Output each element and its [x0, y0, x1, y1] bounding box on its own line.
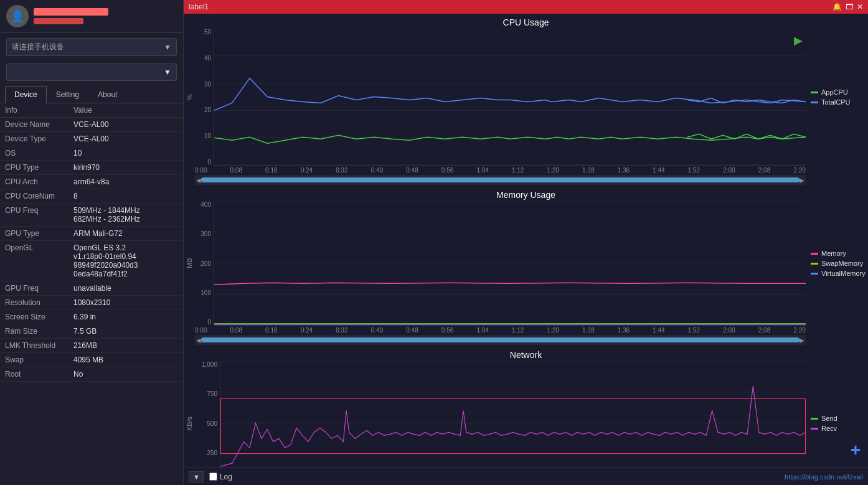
value-cell: 4095 MB	[68, 353, 183, 367]
legend-send: Send	[811, 415, 868, 422]
device-dropdown[interactable]: 请连接手机设备 ▼	[6, 38, 177, 56]
x-tick: 1:12	[512, 327, 524, 334]
info-cell: LMK Threshold	[0, 339, 68, 353]
table-row: CPU CoreNum8	[0, 189, 183, 204]
x-tick: 1:28	[582, 167, 594, 174]
avatar: 👤	[6, 5, 29, 27]
table-row: CPU Freq509MHz - 1844MHz 682MHz - 2362MH…	[0, 204, 183, 227]
virtualmemory-label: VirtualMemory	[821, 270, 866, 277]
memory-scrollbar-thumb[interactable]	[201, 337, 800, 342]
x-tick: 1:36	[618, 327, 630, 334]
table-row: Resolution1080x2310	[0, 296, 183, 310]
recv-color	[811, 428, 818, 430]
info-cell: Device Type	[0, 132, 68, 146]
expand-button[interactable]: ▼	[189, 471, 204, 483]
info-cell: Resolution	[0, 296, 68, 310]
x-tick: 1:52	[688, 167, 700, 174]
value-cell: No	[68, 367, 183, 382]
network-y-label: KB/s	[184, 361, 195, 468]
x-tick: 0:24	[301, 327, 313, 334]
cpu-chart-title: CPU Usage	[184, 14, 868, 29]
memory-chart-container: MB 4003002001000	[184, 201, 868, 326]
info-cell: CPU Arch	[0, 175, 68, 189]
memory-legend: Memory SwapMemory VirtualMemory	[806, 201, 868, 326]
table-row: Screen Size6.39 in	[0, 310, 183, 324]
network-chart-container: KB/s 1,0007505002500	[184, 361, 868, 468]
close-icon[interactable]: ✕	[857, 2, 863, 11]
cpu-chart-container: % 50403020100	[184, 29, 868, 166]
tab-about[interactable]: About	[88, 86, 126, 103]
bell-icon[interactable]: 🔔	[833, 2, 842, 11]
x-tick: 1:36	[618, 167, 630, 174]
table-row: RootNo	[0, 367, 183, 382]
tab-device[interactable]: Device	[5, 86, 47, 103]
cpu-scrollbar[interactable]: ◀ ▶	[195, 175, 806, 185]
bottom-bar: ▼ Log https://blog.csdn.net/fzxwl	[184, 468, 868, 485]
scroll-left-icon-mem[interactable]: ◀	[196, 337, 201, 344]
x-tick: 2:20	[793, 327, 805, 334]
send-color	[811, 418, 818, 420]
x-tick: 0:08	[230, 167, 242, 174]
info-cell: Root	[0, 367, 68, 382]
sidebar: 👤 请连接手机设备 ▼ ▼ Device Setting About Info …	[0, 0, 184, 485]
value-cell: VCE-AL00	[68, 132, 183, 146]
legend-appcpu: AppCPU	[811, 88, 868, 96]
network-chart-title: Network	[184, 346, 868, 361]
scrollbar-thumb[interactable]	[201, 177, 800, 182]
scroll-right-icon[interactable]: ▶	[800, 177, 804, 184]
memory-scrollbar-track[interactable]	[201, 337, 800, 342]
legend-memory: Memory	[811, 250, 868, 257]
chevron-down-icon-2: ▼	[164, 68, 171, 77]
table-row: Device NameVCE-AL00	[0, 118, 183, 132]
totalcpu-label: TotalCPU	[821, 98, 850, 106]
info-cell: CPU Type	[0, 161, 68, 175]
memory-scrollbar[interactable]: ◀ ▶	[195, 335, 806, 345]
add-button[interactable]: +	[851, 440, 861, 460]
second-dropdown[interactable]: ▼	[6, 64, 177, 81]
scroll-left-icon[interactable]: ◀	[196, 177, 201, 184]
tab-setting[interactable]: Setting	[47, 86, 88, 103]
x-tick: 0:56	[441, 167, 453, 174]
cpu-x-axis: 0:000:080:160:240:320:400:480:561:041:12…	[184, 166, 868, 175]
memory-chart-inner: 4003002001000	[195, 201, 806, 326]
x-tick: 2:00	[723, 167, 735, 174]
value-cell: VCE-AL00	[68, 118, 183, 132]
table-row: OpenGLOpenGL ES 3.2 v1.r18p0-01rel0.94 9…	[0, 241, 183, 281]
tab-bar: Device Setting About	[0, 86, 183, 103]
cpu-chart-inner: 50403020100	[195, 29, 806, 166]
value-cell: arm64-v8a	[68, 175, 183, 189]
scrollbar-track[interactable]	[201, 177, 800, 182]
device-info-table: Info Value Device NameVCE-AL00Device Typ…	[0, 103, 183, 382]
x-tick: 1:28	[582, 327, 594, 334]
memory-chart-title: Memory Usage	[184, 186, 868, 201]
x-tick: 2:08	[758, 167, 770, 174]
value-cell: 7.5 GB	[68, 324, 183, 339]
window-icon[interactable]: 🗖	[846, 2, 853, 11]
table-row: OS10	[0, 146, 183, 161]
scroll-right-icon-mem[interactable]: ▶	[800, 337, 804, 344]
appcpu-label: AppCPU	[821, 88, 848, 96]
cpu-chart-section: CPU Usage ▶ % 50403020100	[184, 14, 868, 185]
x-tick: 0:48	[406, 327, 418, 334]
x-tick: 0:40	[371, 167, 383, 174]
swapmemory-color	[811, 263, 818, 265]
watermark: https://blog.csdn.net/fzxwl	[785, 473, 863, 481]
network-chart-section: Network KB/s 1,0007505002500	[184, 346, 868, 468]
x-tick: 1:12	[512, 167, 524, 174]
x-tick: 2:20	[793, 167, 805, 174]
value-cell: 1080x2310	[68, 296, 183, 310]
x-tick: 1:20	[547, 327, 559, 334]
log-checkbox[interactable]	[209, 473, 217, 481]
legend-virtualmemory: VirtualMemory	[811, 270, 868, 277]
col-info: Info	[0, 103, 68, 118]
x-tick: 0:16	[265, 327, 277, 334]
table-row: GPU TypeARM Mali-G72	[0, 227, 183, 241]
table-row: GPU Frequnavailable	[0, 281, 183, 296]
memory-chart-section: Memory Usage MB 4003002001000	[184, 186, 868, 345]
recv-label: Recv	[821, 425, 837, 432]
x-tick: 0:24	[301, 167, 313, 174]
table-row: Device TypeVCE-AL00	[0, 132, 183, 146]
memory-x-axis: 0:000:080:160:240:320:400:480:561:041:12…	[184, 326, 868, 335]
legend-recv: Recv	[811, 425, 868, 432]
value-cell: 509MHz - 1844MHz 682MHz - 2362MHz	[68, 204, 183, 227]
